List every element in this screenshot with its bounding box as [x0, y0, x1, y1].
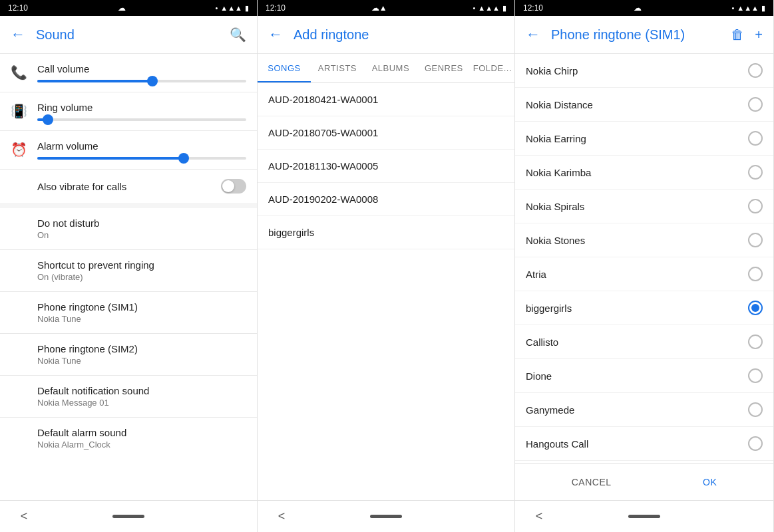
ringtone-item-2[interactable]: Nokia Earring — [515, 122, 773, 156]
radio-1[interactable] — [748, 97, 763, 112]
ring-volume-slider[interactable] — [37, 118, 246, 121]
sound-panel: 12:10 ☁ • ▲▲▲ ▮ ← Sound 🔍 📞 Call volume — [0, 0, 258, 532]
default-notification-sound-item[interactable]: Default notification sound Nokia Message… — [0, 376, 257, 417]
do-not-disturb-title: Do not disturb — [37, 217, 246, 229]
phone-ringtone-sim2-title: Phone ringtone (SIM2) — [37, 343, 246, 354]
radio-0[interactable] — [748, 63, 763, 78]
divider-spaced-1 — [0, 203, 257, 208]
ringtone-item-0[interactable]: Nokia Chirp — [515, 54, 773, 88]
radio-6[interactable] — [748, 267, 763, 281]
ring-volume-section: 📳 Ring volume — [0, 92, 257, 130]
tab-albums[interactable]: ALBUMS — [364, 54, 417, 82]
do-not-disturb-item[interactable]: Do not disturb On — [0, 208, 257, 249]
status-bar-1: 12:10 ☁ • ▲▲▲ ▮ — [0, 0, 257, 16]
phone-ringtone-sim2-item[interactable]: Phone ringtone (SIM2) Nokia Tune — [0, 334, 257, 375]
call-volume-label: Call volume — [37, 63, 246, 74]
ringtone-item-1[interactable]: Nokia Distance — [515, 88, 773, 122]
radio-9[interactable] — [748, 368, 763, 383]
status-bar-3: 12:10 ☁ • ▲▲▲ ▮ — [515, 0, 773, 16]
home-indicator-3[interactable] — [628, 515, 660, 518]
song-item-0[interactable]: AUD-20180421-WA0001 — [258, 83, 514, 116]
tab-artists[interactable]: ARTISTS — [311, 54, 364, 82]
bottom-bar-1: < — [0, 500, 257, 532]
ringtone-item-3[interactable]: Nokia Karimba — [515, 156, 773, 190]
add-ringtone-header: ← Add ringtone — [258, 16, 514, 53]
ring-volume-thumb[interactable] — [43, 114, 53, 125]
song-item-4[interactable]: biggergirls — [258, 216, 514, 249]
song-item-3[interactable]: AUD-20190202-WA0008 — [258, 183, 514, 216]
back-button-phone-ringtone[interactable]: ← — [526, 26, 540, 43]
shortcut-prevent-ringing-item[interactable]: Shortcut to prevent ringing On (vibrate) — [0, 250, 257, 291]
back-nav-2[interactable]: < — [268, 503, 295, 530]
delete-button[interactable]: 🗑 — [731, 27, 744, 43]
toggle-thumb — [222, 180, 234, 192]
status-icon-3: ☁ — [634, 3, 642, 13]
time-2: 12:10 — [266, 3, 286, 13]
song-item-1[interactable]: AUD-20180705-WA0001 — [258, 116, 514, 150]
call-volume-thumb[interactable] — [147, 76, 158, 86]
vibrate-calls-toggle[interactable] — [221, 179, 246, 194]
radio-2[interactable] — [748, 131, 763, 146]
ringtone-name-4: Nokia Spirals — [526, 201, 748, 212]
add-button[interactable]: + — [755, 27, 763, 43]
phone-ringtone-sim1-title: Phone ringtone (SIM1) — [37, 301, 246, 313]
ok-button[interactable]: OK — [687, 471, 733, 493]
radio-7-selected[interactable] — [748, 301, 763, 315]
ringtone-name-0: Nokia Chirp — [526, 65, 748, 76]
tab-songs[interactable]: SONGS — [258, 54, 311, 82]
tab-genres[interactable]: GENRES — [417, 54, 471, 82]
header-actions: 🗑 + — [731, 27, 763, 43]
ringtone-name-8: Callisto — [526, 336, 748, 348]
radio-4[interactable] — [748, 199, 763, 213]
signal-icon-3: ▲▲▲ — [737, 4, 759, 12]
home-indicator-2[interactable] — [370, 515, 402, 518]
cancel-button[interactable]: CANCEL — [556, 471, 628, 493]
ringtone-name-11: Hangouts Call — [526, 438, 748, 450]
back-nav-1[interactable]: < — [11, 503, 37, 530]
radio-3[interactable] — [748, 165, 763, 180]
ringtone-item-6[interactable]: Atria — [515, 257, 773, 291]
ringtone-name-6: Atria — [526, 269, 748, 280]
ringtone-item-10[interactable]: Ganymede — [515, 393, 773, 427]
vibrate-calls-row: Also vibrate for calls — [0, 170, 257, 203]
phone-ringtone-title: Phone ringtone (SIM1) — [551, 27, 731, 43]
signal-icon-2: ▲▲▲ — [478, 4, 500, 12]
call-volume-slider[interactable] — [37, 80, 246, 82]
radio-8[interactable] — [748, 334, 763, 349]
phone-ringtone-header: ← Phone ringtone (SIM1) 🗑 + — [515, 16, 773, 53]
ringtone-item-9[interactable]: Dione — [515, 359, 773, 393]
radio-11[interactable] — [748, 436, 763, 451]
alarm-volume-label: Alarm volume — [37, 140, 246, 152]
tab-folders[interactable]: FOLDE... — [471, 54, 514, 82]
ringtone-item-5[interactable]: Nokia Stones — [515, 223, 773, 257]
phone-ringtone-sim2-subtitle: Nokia Tune — [37, 356, 246, 366]
radio-5[interactable] — [748, 233, 763, 247]
ringtone-item-4[interactable]: Nokia Spirals — [515, 190, 773, 223]
ringtone-item-7[interactable]: biggergirls — [515, 291, 773, 325]
wifi-icon-1: • — [215, 4, 218, 12]
song-item-2[interactable]: AUD-20181130-WA0005 — [258, 150, 514, 183]
home-indicator-1[interactable] — [112, 515, 144, 518]
ringtone-list: Nokia Chirp Nokia Distance Nokia Earring… — [515, 54, 773, 463]
time-1: 12:10 — [8, 3, 28, 13]
radio-10[interactable] — [748, 402, 763, 417]
ringtone-item-8[interactable]: Callisto — [515, 325, 773, 359]
alarm-volume-slider[interactable] — [37, 157, 246, 160]
tabs-bar: SONGS ARTISTS ALBUMS GENRES FOLDE... — [258, 54, 514, 83]
sound-title: Sound — [36, 27, 230, 43]
do-not-disturb-subtitle: On — [37, 230, 246, 240]
phone-ringtone-sim1-item[interactable]: Phone ringtone (SIM1) Nokia Tune — [0, 292, 257, 333]
ring-volume-content: Ring volume — [37, 102, 246, 121]
signal-icon-1: ▲▲▲ — [220, 4, 242, 12]
back-nav-3[interactable]: < — [526, 503, 552, 530]
sound-content: 📞 Call volume 📳 Ring volume — [0, 54, 257, 500]
ringtone-item-11[interactable]: Hangouts Call — [515, 427, 773, 461]
sound-header: ← Sound 🔍 — [0, 16, 257, 53]
alarm-volume-content: Alarm volume — [37, 140, 246, 160]
search-button-sound[interactable]: 🔍 — [230, 27, 246, 43]
default-notification-subtitle: Nokia Message 01 — [37, 398, 246, 408]
default-alarm-sound-item[interactable]: Default alarm sound Nokia Alarm_Clock — [0, 418, 257, 459]
back-button-sound[interactable]: ← — [11, 26, 25, 43]
alarm-volume-thumb[interactable] — [178, 153, 189, 164]
back-button-ringtone[interactable]: ← — [268, 26, 283, 43]
